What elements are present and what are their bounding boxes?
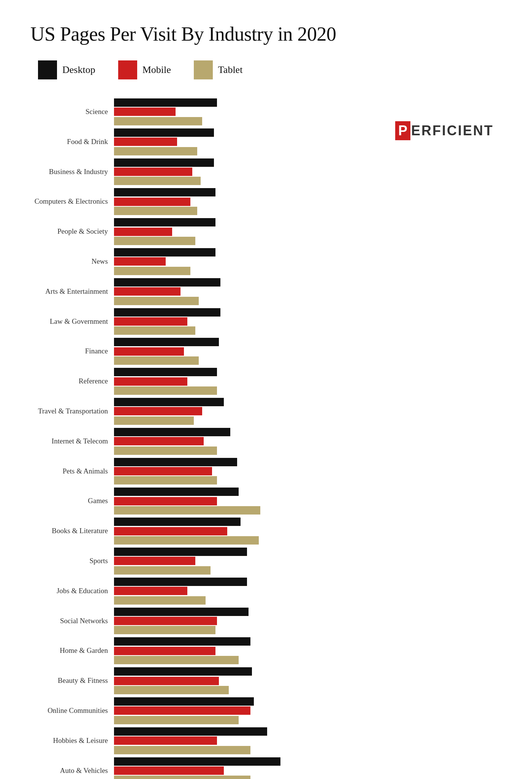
bars-group [114, 536, 380, 545]
bars-group [114, 416, 380, 425]
bar-row-mobile: Computers & Electronics [30, 197, 380, 206]
bar-mobile [114, 706, 250, 715]
bars-group [114, 117, 380, 125]
bars-group [114, 596, 380, 605]
bars-group [114, 297, 380, 305]
bar-mobile [114, 736, 217, 745]
bars-group [114, 647, 380, 655]
bar-mobile [114, 497, 217, 505]
category-block: Science [30, 98, 380, 125]
bars-group [114, 656, 380, 664]
logo-text: ERFICIENT [411, 123, 494, 139]
chart-area: ScienceFood & DrinkBusiness & IndustryCo… [30, 98, 502, 779]
category-label: People & Society [30, 227, 114, 236]
bars-group [114, 617, 380, 625]
bar-row-tablet [30, 297, 380, 305]
category-block: Business & Industry [30, 158, 380, 185]
bar-desktop [114, 278, 220, 287]
bars-group [114, 317, 380, 326]
bars-group [114, 518, 380, 526]
bars-group [114, 228, 380, 236]
bars-group [114, 257, 380, 266]
bar-desktop [114, 697, 254, 706]
bar-tablet [114, 297, 199, 305]
bar-row-desktop [30, 757, 380, 766]
category-label: Law & Government [30, 317, 114, 326]
bar-row-tablet [30, 716, 380, 724]
bars-group [114, 237, 380, 245]
bar-desktop [114, 667, 252, 676]
category-block: Computers & Electronics [30, 188, 380, 215]
category-block: People & Society [30, 218, 380, 245]
bar-desktop [114, 757, 280, 766]
category-block: Travel & Transportation [30, 398, 380, 425]
bar-row-tablet [30, 566, 380, 575]
bar-mobile [114, 257, 166, 266]
bar-row-mobile: Beauty & Fitness [30, 676, 380, 685]
bar-mobile [114, 377, 187, 386]
bar-row-mobile: Jobs & Education [30, 587, 380, 595]
bar-mobile [114, 228, 172, 236]
bar-tablet [114, 207, 197, 215]
bars-group [114, 488, 380, 496]
bar-desktop [114, 338, 219, 346]
bars-group [114, 476, 380, 484]
bar-row-tablet [30, 147, 380, 155]
bars-group [114, 667, 380, 676]
bar-desktop [114, 578, 247, 586]
bars-group [114, 437, 380, 445]
bar-mobile [114, 557, 195, 565]
bars-group [114, 608, 380, 616]
bar-row-desktop [30, 548, 380, 556]
bars-group [114, 746, 380, 754]
bar-tablet [114, 686, 229, 694]
bar-row-mobile: Games [30, 497, 380, 505]
bar-tablet [114, 386, 217, 395]
bar-row-mobile: People & Society [30, 227, 380, 236]
category-label: Food & Drink [30, 138, 114, 146]
bar-row-tablet [30, 776, 380, 779]
bar-row-tablet [30, 356, 380, 365]
category-block: Finance [30, 338, 380, 365]
bars-group [114, 727, 380, 736]
bar-row-mobile: Reference [30, 377, 380, 386]
bar-desktop [114, 308, 220, 317]
page-title: US Pages Per Visit By Industry in 2020 [30, 23, 502, 45]
bar-row-desktop [30, 278, 380, 287]
bar-row-tablet [30, 686, 380, 694]
category-label: Reference [30, 377, 114, 386]
bar-row-mobile: Sports [30, 557, 380, 565]
category-block: Home & Garden [30, 637, 380, 664]
category-block: Beauty & Fitness [30, 667, 380, 694]
bar-mobile [114, 467, 212, 475]
bar-row-tablet [30, 446, 380, 455]
bar-mobile [114, 317, 187, 326]
bar-desktop [114, 637, 250, 646]
bar-tablet [114, 476, 217, 484]
bar-tablet [114, 416, 194, 425]
bar-row-desktop [30, 428, 380, 436]
bars-group [114, 757, 380, 766]
bar-desktop [114, 518, 241, 526]
bars-group [114, 677, 380, 685]
category-label: Jobs & Education [30, 587, 114, 595]
bar-tablet [114, 566, 211, 575]
category-block: Games [30, 488, 380, 515]
category-label: Hobbies & Leisure [30, 736, 114, 745]
category-label: Online Communities [30, 706, 114, 715]
bars-group [114, 147, 380, 155]
bar-mobile [114, 527, 227, 535]
bars-group [114, 177, 380, 185]
bar-row-desktop [30, 248, 380, 256]
bar-row-desktop [30, 488, 380, 496]
category-block: Jobs & Education [30, 578, 380, 605]
bar-desktop [114, 398, 224, 406]
bar-row-tablet [30, 596, 380, 605]
bars-group [114, 377, 380, 386]
category-label: Arts & Entertainment [30, 287, 114, 296]
category-label: Business & Industry [30, 168, 114, 176]
bars-group [114, 278, 380, 287]
bar-row-mobile: Books & Literature [30, 527, 380, 535]
bars-group [114, 458, 380, 466]
bars-group [114, 188, 380, 196]
